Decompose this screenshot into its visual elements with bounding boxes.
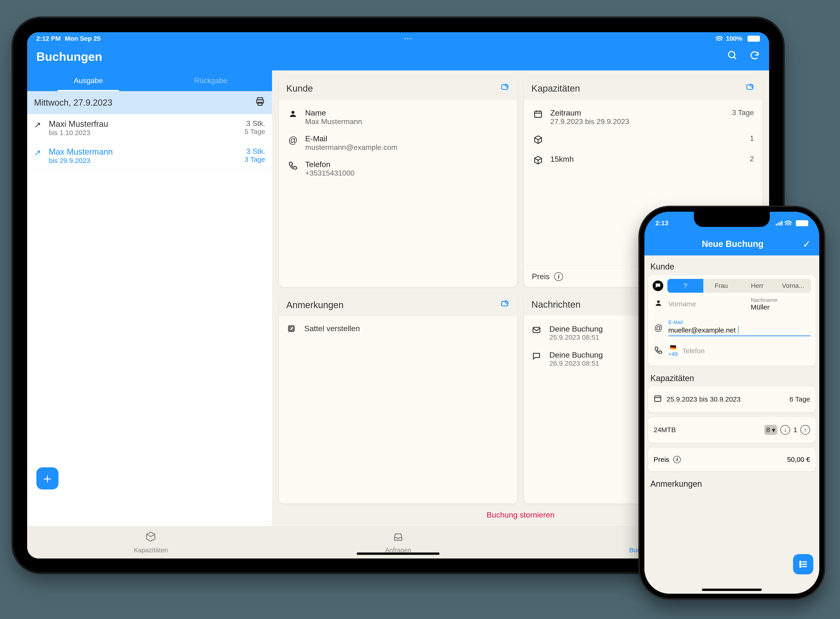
iphone-body: Kunde ? Frau Herr Vorna... bbox=[644, 256, 819, 594]
panel-title: Kapazitäten bbox=[531, 83, 580, 94]
wifi-icon bbox=[785, 220, 792, 227]
panel-anmerkungen: Anmerkungen Sattel verstelle bbox=[279, 294, 517, 504]
seg-vorname[interactable]: Vorna... bbox=[775, 279, 811, 293]
booking-meta: 3 Stk.5 Tage bbox=[244, 119, 265, 136]
salutation-segment[interactable]: ? Frau Herr Vorna... bbox=[667, 279, 811, 293]
period-days: 6 Tage bbox=[789, 395, 810, 403]
iphone-device-frame: 2:13 Neue Buchung ✓ Kunde ? bbox=[640, 207, 824, 598]
booking-list-item[interactable]: ↗ Maxi Musterfrau bis 1.10.2023 3 Stk.5 … bbox=[27, 114, 272, 142]
svg-point-24 bbox=[800, 561, 801, 563]
quantity-stepper[interactable]: 8 ▾ ↓ 1 ↑ bbox=[764, 425, 810, 435]
tab-rueckgabe[interactable]: Rückgabe bbox=[149, 72, 272, 91]
qty-value: 1 bbox=[793, 426, 797, 434]
email-field[interactable]: mueller@example.net bbox=[668, 325, 810, 336]
flag-icon[interactable]: 🇩🇪 bbox=[670, 344, 676, 350]
date-header-text: Mittwoch, 27.9.2023 bbox=[34, 98, 112, 108]
firstname-field[interactable]: Vorname bbox=[668, 300, 746, 308]
person-icon bbox=[287, 108, 299, 121]
item-count: 1 bbox=[750, 134, 754, 143]
refresh-icon[interactable] bbox=[749, 50, 760, 63]
price-label: Preis bbox=[532, 272, 550, 281]
notch bbox=[694, 212, 770, 227]
at-icon: @ bbox=[287, 134, 299, 145]
panel-title: Kunde bbox=[286, 83, 313, 94]
edit-icon[interactable] bbox=[501, 299, 510, 311]
iphone-header: Neue Buchung ✓ bbox=[644, 232, 819, 256]
list-fab-button[interactable] bbox=[793, 554, 813, 574]
svg-point-6 bbox=[291, 111, 294, 114]
print-icon[interactable] bbox=[255, 96, 265, 109]
svg-line-1 bbox=[734, 57, 736, 59]
app-header: Buchungen bbox=[27, 45, 769, 70]
booking-until: bis 29.9.2023 bbox=[49, 157, 239, 164]
svg-point-21 bbox=[657, 300, 660, 303]
price-value: 50,00 € bbox=[787, 456, 810, 464]
booking-list-item[interactable]: ↗ Max Mustermann bis 29.9.2023 3 Stk.3 T… bbox=[27, 142, 272, 170]
search-icon[interactable] bbox=[727, 50, 738, 63]
seg-unknown[interactable]: ? bbox=[667, 279, 703, 293]
period-value: 27.9.2023 bis 29.9.2023 bbox=[550, 117, 726, 126]
lastname-label: Nachname bbox=[751, 297, 810, 303]
period-label: Zeitraum bbox=[550, 108, 726, 117]
svg-rect-22 bbox=[655, 396, 661, 402]
email-label: E-Mail bbox=[305, 134, 509, 143]
svg-point-28 bbox=[800, 566, 801, 567]
edit-icon[interactable] bbox=[501, 83, 510, 94]
phone-field[interactable]: Telefon bbox=[682, 347, 810, 355]
email-value: mustermann@example.com bbox=[305, 143, 509, 152]
at-icon: @ bbox=[653, 323, 664, 333]
home-indicator bbox=[357, 553, 439, 555]
confirm-icon[interactable]: ✓ bbox=[803, 238, 811, 250]
seg-herr[interactable]: Herr bbox=[739, 279, 775, 293]
svg-point-26 bbox=[800, 564, 801, 565]
battery-icon bbox=[746, 36, 760, 42]
country-code[interactable]: +49 bbox=[668, 351, 678, 357]
calendar-icon bbox=[653, 394, 662, 404]
wifi-icon bbox=[716, 35, 723, 42]
email-label: E-Mail bbox=[668, 319, 810, 325]
tab-ausgabe[interactable]: Ausgabe bbox=[27, 72, 149, 91]
price-label: Preis bbox=[653, 456, 669, 464]
panel-title: Nachrichten bbox=[531, 299, 580, 310]
lastname-field[interactable]: Müller bbox=[751, 303, 810, 311]
panel-title: Anmerkungen bbox=[286, 300, 344, 310]
name-value: Max Mustermann bbox=[305, 117, 509, 126]
item-card: 24MTB 8 ▾ ↓ 1 ↑ bbox=[648, 417, 816, 443]
period-value[interactable]: 25.9.2023 bis 30.9.2023 bbox=[667, 395, 741, 403]
edit-icon[interactable] bbox=[746, 83, 755, 94]
multitask-dots-icon: ••• bbox=[100, 36, 716, 42]
section-anmerkungen-title: Anmerkungen bbox=[648, 476, 816, 492]
status-time: 2:13 bbox=[655, 220, 668, 227]
increase-icon[interactable]: ↑ bbox=[800, 425, 810, 435]
kunde-card: ? Frau Herr Vorna... Vorname Nachname bbox=[648, 275, 816, 366]
date-header: Mittwoch, 27.9.2023 bbox=[27, 91, 272, 114]
qty-dropdown[interactable]: 8 ▾ bbox=[764, 425, 777, 435]
page-title: Buchungen bbox=[36, 50, 727, 63]
info-icon[interactable]: i bbox=[673, 456, 681, 463]
svg-rect-8 bbox=[535, 111, 541, 117]
person-icon bbox=[653, 299, 664, 309]
booking-meta: 3 Stk.3 Tage bbox=[244, 147, 265, 163]
seg-frau[interactable]: Frau bbox=[703, 279, 739, 293]
box-icon bbox=[145, 531, 156, 545]
section-kunde-title: Kunde bbox=[648, 259, 816, 275]
booking-sidebar: Ausgabe Rückgabe Mittwoch, 27.9.2023 ↗ M… bbox=[27, 70, 272, 526]
chat-bubble-icon bbox=[653, 281, 663, 291]
info-icon[interactable]: i bbox=[554, 272, 563, 281]
page-title: Neue Buchung bbox=[663, 239, 803, 249]
battery-icon bbox=[794, 220, 808, 226]
sidebar-tabs: Ausgabe Rückgabe bbox=[27, 70, 272, 91]
svg-point-0 bbox=[729, 51, 735, 58]
phone-label: Telefon bbox=[305, 160, 509, 169]
ipad-status-bar: 2:12 PM Mon Sep 25 ••• 100% bbox=[27, 32, 769, 45]
svg-rect-16 bbox=[533, 327, 540, 332]
box-icon bbox=[532, 134, 544, 147]
chat-icon bbox=[532, 350, 543, 363]
tab-kapazitaeten[interactable]: Kapazitäten bbox=[27, 526, 275, 558]
add-booking-button[interactable]: ＋ bbox=[36, 467, 58, 489]
decrease-icon[interactable]: ↓ bbox=[780, 425, 790, 435]
inbox-icon bbox=[393, 531, 404, 545]
price-card: Preis i 50,00 € bbox=[648, 448, 816, 471]
booking-name: Max Mustermann bbox=[49, 147, 239, 157]
kapazitaeten-card: 25.9.2023 bis 30.9.2023 6 Tage bbox=[648, 386, 816, 412]
